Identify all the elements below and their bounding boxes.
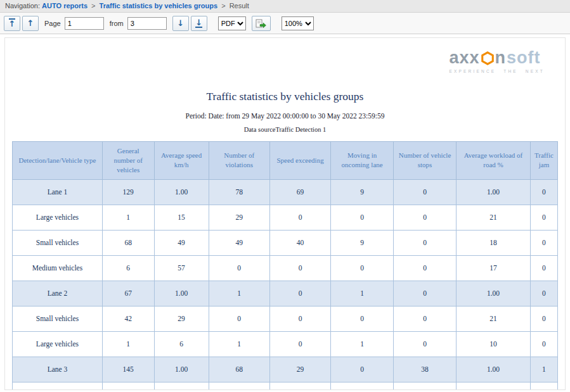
table-row-small-vehicles: Small vehicles42290000210 [13, 306, 558, 331]
table-row-lane-2: Lane 2671.0010101.000 [13, 281, 558, 306]
data-cell: 18 [456, 230, 530, 255]
data-cell: 1.00 [456, 281, 530, 306]
data-cell: 0 [331, 382, 394, 390]
data-cell: 0 [331, 205, 394, 230]
axxonsoft-logo: axx n soft EXPERIENCE THE NEXT [449, 49, 545, 73]
data-cell: 6 [154, 331, 209, 357]
data-cell: 129 [102, 179, 154, 205]
from-label: from [110, 20, 124, 27]
arrow-down-bar-icon: ↓ [195, 18, 202, 28]
data-cell: 0 [530, 179, 557, 205]
data-cell: 1 [530, 382, 557, 390]
export-icon [256, 19, 266, 28]
row-label: Lane 2 [13, 281, 103, 306]
data-cell: 68 [209, 357, 269, 382]
previous-page-button[interactable]: ↑ [22, 16, 39, 31]
data-cell: 29 [154, 306, 209, 331]
data-cell: 0 [331, 255, 394, 281]
next-page-button[interactable]: ↓ [172, 16, 189, 31]
data-cell: 19 [102, 382, 154, 390]
data-cell: 0 [269, 281, 330, 306]
column-header: Number of vehicle stops [394, 142, 457, 180]
breadcrumb: Navigation: AUTO reports > Traffic stati… [0, 0, 570, 13]
arrow-down-icon: ↓ [177, 19, 184, 27]
data-cell: 78 [209, 179, 269, 205]
data-cell: 0 [394, 205, 457, 230]
data-cell: 10 [456, 331, 530, 357]
data-cell: 21 [456, 382, 530, 390]
breadcrumb-label: Navigation: [5, 2, 40, 9]
data-cell: 1.00 [456, 357, 530, 382]
data-cell: 0 [530, 306, 557, 331]
data-cell: 1 [530, 357, 557, 382]
data-cell: 0 [269, 331, 330, 357]
breadcrumb-link-report[interactable]: Traffic statistics by vehicles groups [100, 2, 217, 9]
data-cell: 68 [102, 230, 154, 255]
logo-tagline: EXPERIENCE THE NEXT [449, 69, 545, 73]
data-cell: 0 [530, 230, 557, 255]
data-cell: 67 [102, 281, 154, 306]
logo-text-n: n [495, 49, 507, 66]
data-cell: 0 [394, 382, 457, 390]
report-datasource: Data sourceTraffic Detection 1 [5, 126, 565, 133]
arrow-up-icon: ↑ [27, 19, 34, 27]
data-cell: 0 [331, 357, 394, 382]
export-button[interactable] [252, 16, 271, 31]
page-label: Page [44, 20, 61, 27]
data-cell: 0 [394, 306, 457, 331]
data-cell: 0 [530, 331, 557, 357]
last-page-button[interactable]: ↓ [191, 16, 207, 31]
column-header: Average speed km/h [154, 142, 209, 180]
data-cell: 49 [209, 230, 269, 255]
breadcrumb-link-auto-reports[interactable]: AUTO reports [42, 2, 87, 9]
first-page-button[interactable]: ↑ [4, 16, 20, 31]
report-table: Detection/lane/Vehicle typeGeneral numbe… [12, 141, 558, 390]
data-cell: 42 [102, 306, 154, 331]
data-cell: 9 [331, 230, 394, 255]
data-cell: 0 [394, 281, 457, 306]
data-cell: 0 [394, 230, 457, 255]
data-cell: 2 [209, 382, 269, 390]
breadcrumb-separator: > [221, 2, 225, 9]
data-cell: 1 [209, 331, 269, 357]
data-cell: 0 [530, 205, 557, 230]
data-cell: 1.00 [456, 179, 530, 205]
data-cell: 1 [102, 331, 154, 357]
data-cell: 1.00 [154, 281, 209, 306]
data-cell: 145 [102, 357, 154, 382]
table-row-large-vehicles: Large vehicles161010100 [13, 331, 558, 357]
table-row-lane-1: Lane 11291.007869901.000 [13, 179, 558, 205]
table-row-small-vehicles: Small vehicles19122100211 [13, 382, 558, 390]
data-cell: 1.00 [154, 179, 209, 205]
column-header: Average workload of road % [456, 142, 530, 180]
logo-text-axx: axx [449, 49, 479, 66]
breadcrumb-separator: > [91, 2, 95, 9]
column-header: Detection/lane/Vehicle type [13, 142, 103, 180]
logo-text-soft: soft [507, 49, 541, 66]
data-cell: 40 [269, 230, 330, 255]
breadcrumb-current: Result [230, 2, 249, 9]
table-row-lane-3: Lane 31451.0068290381.001 [13, 357, 558, 382]
table-row-small-vehicles: Small vehicles6849494090180 [13, 230, 558, 255]
row-label: Large vehicles [13, 205, 103, 230]
zoom-select[interactable]: 100% [282, 16, 314, 30]
data-cell: 1 [102, 205, 154, 230]
row-label: Large vehicles [13, 331, 103, 357]
data-cell: 0 [209, 306, 269, 331]
data-cell: 1 [269, 382, 330, 390]
export-format-select[interactable]: PDF [218, 16, 246, 30]
page-number-input[interactable] [65, 17, 104, 30]
total-pages-input[interactable] [127, 17, 167, 30]
data-cell: 49 [154, 230, 209, 255]
data-cell: 0 [394, 331, 457, 357]
data-cell: 9 [331, 179, 394, 205]
data-cell: 6 [102, 255, 154, 281]
row-label: Small vehicles [13, 382, 103, 390]
data-cell: 12 [154, 382, 209, 390]
column-header: Number of violations [209, 142, 269, 180]
data-cell: 0 [394, 179, 457, 205]
data-cell: 17 [456, 255, 530, 281]
data-cell: 0 [269, 205, 330, 230]
table-row-large-vehicles: Large vehicles11529000210 [13, 205, 558, 230]
row-label: Lane 1 [13, 179, 103, 205]
